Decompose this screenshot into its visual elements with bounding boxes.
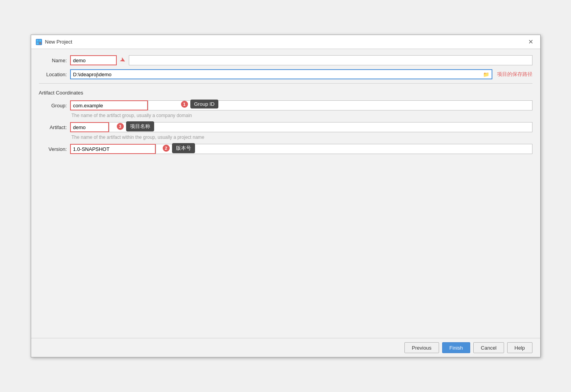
folder-icon[interactable]: 📁 [481, 71, 492, 78]
name-row: Name: ➤ [39, 55, 532, 65]
artifact-section: Artifact Coordinates Group: 1 Group ID T… [39, 83, 532, 154]
location-hint: 项目的保存路径 [497, 71, 532, 78]
location-label: Location: [39, 72, 70, 77]
finish-button[interactable]: Finish [442, 342, 471, 353]
dialog-content: Name: ➤ Location: 📁 项目的保存路径 Artifact Coo… [31, 49, 540, 338]
arrow-indicator: ➤ [118, 55, 127, 66]
group-input[interactable] [70, 100, 148, 110]
group-hint: The name of the artifact group, usually … [72, 113, 532, 118]
group-tooltip-label: Group ID [190, 100, 219, 108]
previous-button[interactable]: Previous [404, 342, 439, 353]
name-full-input[interactable] [129, 55, 532, 65]
close-button[interactable]: ✕ [526, 38, 536, 46]
group-badge-num[interactable]: 1 [181, 101, 188, 108]
version-tooltip-label: 版本号 [172, 143, 195, 153]
help-button[interactable]: Help [507, 342, 532, 353]
group-label: Group: [39, 103, 70, 108]
version-row: Version: 2 版本号 [39, 144, 532, 154]
location-input[interactable] [71, 71, 481, 78]
dialog-footer: Previous Finish Cancel Help [31, 338, 540, 357]
group-row: Group: 1 Group ID [39, 100, 532, 110]
artifact-badge-num[interactable]: 3 [117, 123, 124, 130]
name-input[interactable] [70, 55, 117, 65]
name-label: Name: [39, 58, 70, 63]
svg-rect-3 [39, 42, 41, 44]
svg-rect-2 [37, 42, 39, 44]
svg-rect-0 [37, 40, 39, 42]
artifact-tooltip-container: 3 项目名称 [117, 121, 154, 131]
title-bar-left: New Project [36, 39, 72, 45]
svg-rect-1 [39, 40, 41, 42]
version-badge-num[interactable]: 2 [163, 145, 170, 152]
name-input-wrapper: ➤ [70, 55, 532, 65]
artifact-section-title: Artifact Coordinates [39, 90, 532, 96]
version-tooltip-container: 2 版本号 [163, 143, 195, 153]
group-id-tooltip: 1 Group ID [181, 100, 219, 108]
artifact-input[interactable] [70, 122, 109, 132]
artifact-row: Artifact: 3 项目名称 [39, 122, 532, 132]
location-row: Location: 📁 项目的保存路径 [39, 69, 532, 79]
version-label: Version: [39, 146, 70, 152]
title-bar: New Project ✕ [31, 35, 540, 49]
cancel-button[interactable]: Cancel [473, 342, 504, 353]
app-icon [36, 39, 42, 45]
version-input[interactable] [70, 144, 156, 154]
dialog-title: New Project [45, 39, 72, 45]
location-input-wrapper: 📁 [70, 69, 492, 79]
new-project-dialog: New Project ✕ Name: ➤ Location: 📁 项目的保存路… [31, 35, 541, 357]
artifact-tooltip-label: 项目名称 [126, 121, 154, 131]
artifact-hint: The name of the artifact within the grou… [72, 135, 532, 140]
artifact-label: Artifact: [39, 124, 70, 130]
